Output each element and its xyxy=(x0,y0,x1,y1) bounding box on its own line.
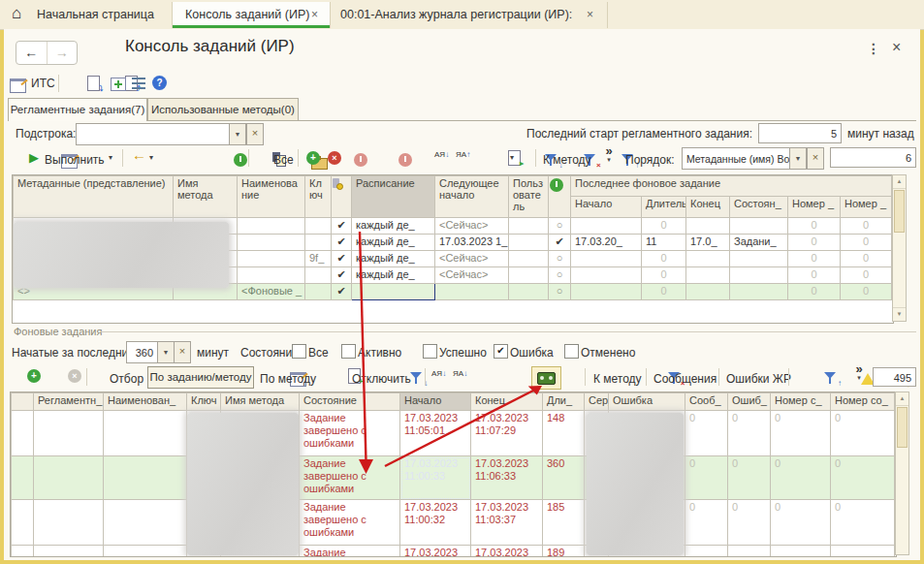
filter-button[interactable]: Отбор xyxy=(110,372,143,386)
col-schedule[interactable]: Расписание xyxy=(352,176,435,218)
substring-input[interactable]: ▼ xyxy=(76,123,246,145)
scrollbar-thumb[interactable] xyxy=(894,190,905,233)
more-menu-icon[interactable]: ⋮ xyxy=(867,41,880,56)
chevron-down-icon[interactable]: ▼ xyxy=(157,342,174,362)
to-method-button[interactable]: К методу xyxy=(543,153,591,167)
col-group-last-background-job[interactable]: Последнее фоновое задание xyxy=(571,176,892,197)
run-button[interactable]: Выполнить xyxy=(45,153,105,167)
scroll-down-icon[interactable]: ▼ xyxy=(893,307,906,321)
substring-clear-button[interactable]: × xyxy=(246,123,264,145)
its-button[interactable]: ИТС xyxy=(31,77,55,90)
log-errors-button[interactable]: Ошибки ЖР xyxy=(726,372,791,386)
close-form-icon[interactable]: × xyxy=(892,39,901,56)
background-job-button[interactable] xyxy=(531,366,561,390)
col-session-number[interactable]: Номер с_ xyxy=(771,393,831,411)
col-method-name[interactable]: Имя метода xyxy=(221,393,300,411)
filter-icon[interactable]: ↓ xyxy=(410,371,424,385)
col-method-name[interactable]: Имя метода xyxy=(174,176,238,218)
check-icon[interactable]: ✔ xyxy=(332,235,352,251)
form-settings-icon[interactable] xyxy=(10,78,26,93)
sort-asc-icon[interactable]: АЯ↓ xyxy=(434,150,449,159)
messages-button[interactable]: Сообщения xyxy=(653,372,717,386)
check-icon[interactable]: ✔ xyxy=(332,267,352,284)
delete-icon[interactable]: × xyxy=(328,151,341,165)
assign-dropdown-icon[interactable]: ▾ xyxy=(149,153,153,162)
checkbox-active[interactable] xyxy=(341,344,356,359)
disable-all-label[interactable]: Все xyxy=(273,153,294,167)
col-connection-number[interactable]: Номер со_ xyxy=(831,393,895,411)
tab-task-console[interactable]: Консоль заданий (ИР) × xyxy=(172,2,331,28)
tab-close-icon[interactable]: × xyxy=(587,8,593,21)
scrollbar-thumb[interactable] xyxy=(897,407,908,448)
col-number1[interactable]: Номер _ xyxy=(788,197,841,218)
col-state[interactable]: Состоян_ xyxy=(730,197,788,218)
sort-desc-icon[interactable]: ЯА↓ xyxy=(453,369,467,378)
disable-filter-button[interactable]: Отключить xyxy=(352,372,411,386)
col-name[interactable]: Наименован_ xyxy=(104,393,187,411)
tab-scheduled-jobs[interactable]: Регламентные задания(7) xyxy=(8,98,147,121)
minutes-clear-button[interactable]: × xyxy=(174,341,191,363)
checkbox-cancelled[interactable] xyxy=(564,344,579,359)
assign-icon[interactable]: ← xyxy=(132,146,146,163)
sort-asc-icon[interactable]: АЯ↓ xyxy=(431,369,446,378)
last-start-minutes-input[interactable]: 5 xyxy=(758,123,842,143)
checkbox-all[interactable] xyxy=(292,344,306,359)
scroll-up-icon[interactable]: ▲ xyxy=(896,392,908,406)
tab-close-icon[interactable]: × xyxy=(311,8,318,21)
back-button[interactable]: ← xyxy=(16,42,47,64)
run-icon[interactable]: ▶ xyxy=(29,150,39,165)
filter-sort-icon[interactable]: ↑ xyxy=(824,371,838,385)
scrollbar-vertical[interactable]: ▲ ▼ xyxy=(892,174,907,322)
col-duration[interactable]: Дли_ xyxy=(543,393,585,411)
radio-icon[interactable]: ○ xyxy=(549,218,571,235)
col-server[interactable]: Сер_ xyxy=(585,393,609,411)
more-commands-icon[interactable]: »▾ xyxy=(601,145,617,163)
disable-all-icon[interactable] xyxy=(398,153,412,167)
col-key[interactable]: Ключ xyxy=(187,393,221,411)
col-start[interactable]: Начало xyxy=(400,393,471,411)
home-icon[interactable]: ⌂ xyxy=(12,4,21,23)
order-count-input[interactable]: 6 xyxy=(830,147,916,168)
tab-log-analysis[interactable]: 00:01-Анализ журнала регистрации (ИР): × xyxy=(329,2,608,28)
by-task-method-button[interactable]: По заданию/методу xyxy=(147,366,254,389)
scrollbar-vertical[interactable]: ▲ xyxy=(895,392,909,555)
col-scheduled-job[interactable]: Регламентн_ xyxy=(34,393,104,411)
col-start[interactable]: Начало xyxy=(571,197,642,218)
col-error[interactable]: Ошибка xyxy=(609,393,685,411)
check-icon[interactable]: ✔ xyxy=(332,251,352,267)
check-icon[interactable]: ✔ xyxy=(332,284,352,300)
tab-home-label[interactable]: Начальная страница xyxy=(37,8,154,21)
radio-icon[interactable]: ○ xyxy=(549,284,571,300)
order-clear-button[interactable]: × xyxy=(807,147,824,170)
jobs-count-input[interactable]: 495 xyxy=(873,367,916,387)
chevron-down-icon[interactable]: ▼ xyxy=(229,124,245,144)
background-dropdown-icon[interactable]: ▾ xyxy=(510,153,514,162)
sort-desc-icon[interactable]: ЯА↑ xyxy=(456,150,470,159)
more-commands-icon[interactable]: »▾ xyxy=(851,363,867,381)
help-icon[interactable]: ? xyxy=(152,76,167,90)
scroll-up-icon[interactable]: ▲ xyxy=(893,175,906,189)
col-key[interactable]: Ключ xyxy=(305,176,332,218)
run-dropdown-icon[interactable]: ▾ xyxy=(109,153,112,162)
col-errors[interactable]: Ошиб_ xyxy=(728,393,771,411)
col-end[interactable]: Конец xyxy=(686,197,730,218)
by-method-button[interactable]: По методу xyxy=(260,372,316,386)
col-number2[interactable]: Номер _ xyxy=(841,197,892,218)
selected-cell[interactable]: 17.03.2023 11:00:33 xyxy=(400,456,471,500)
col-user[interactable]: Пользователь xyxy=(509,176,549,218)
checkbox-success[interactable] xyxy=(423,344,437,359)
check-icon[interactable]: ✔ xyxy=(332,218,352,235)
col-enabled[interactable] xyxy=(549,176,571,218)
radio-icon[interactable]: ○ xyxy=(549,267,571,284)
col-duration[interactable]: Длитель_ xyxy=(642,197,686,218)
col-selector[interactable] xyxy=(12,393,34,411)
forward-button[interactable]: → xyxy=(47,42,78,64)
selected-schedule-cell[interactable] xyxy=(352,284,435,300)
col-end[interactable]: Конец xyxy=(471,393,543,411)
col-messages[interactable]: Сооб_ xyxy=(685,393,728,411)
col-next-start[interactable]: Следующее начало xyxy=(435,176,509,218)
minutes-select[interactable]: 360 ▼ xyxy=(126,341,175,363)
save-settings-icon[interactable]: ⤵ xyxy=(87,76,100,91)
structure-icon[interactable] xyxy=(132,78,145,89)
col-metadata[interactable]: Метаданные (представление) xyxy=(14,176,174,218)
